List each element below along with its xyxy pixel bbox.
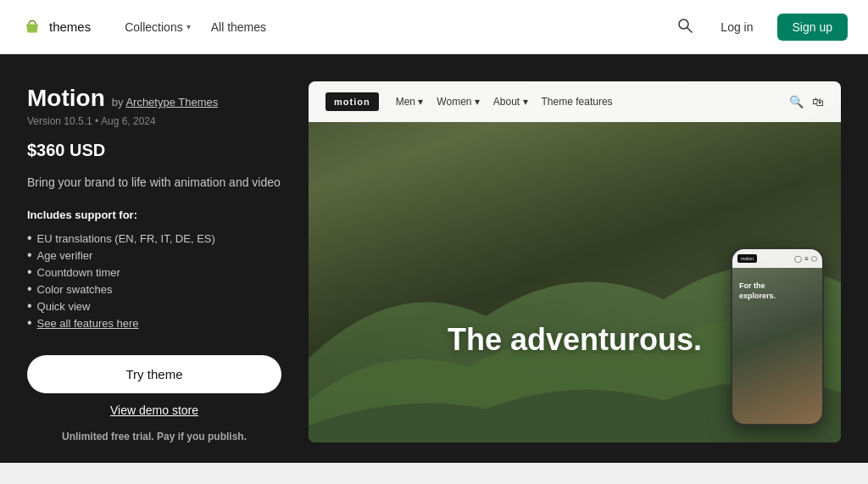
collections-nav-link[interactable]: Collections ▾ (118, 15, 197, 39)
phone-mockup: motion ◯ ≡ ⬡ For theexplorers. (731, 248, 824, 426)
nav-links: Collections ▾ All themes (118, 15, 646, 39)
phone-topbar: motion ◯ ≡ ⬡ (732, 249, 822, 268)
all-themes-label: All themes (211, 20, 266, 34)
navbar: themes Collections ▾ All themes Log in S… (0, 0, 868, 54)
trial-normal: Pay if you publish. (157, 431, 247, 442)
theme-info-panel: Motion by Archetype Themes Version 10.5.… (27, 81, 281, 442)
preview-inner: motion Men ▾ Women ▾ About ▾ Theme featu… (309, 81, 841, 442)
collections-label: Collections (125, 20, 182, 34)
signup-button[interactable]: Sign up (777, 14, 848, 41)
feature-item: Countdown timer (27, 264, 281, 281)
svg-point-1 (679, 19, 688, 29)
preview-site: motion Men ▾ Women ▾ About ▾ Theme featu… (309, 81, 841, 442)
login-button[interactable]: Log in (710, 15, 763, 39)
search-icon (676, 17, 693, 34)
trial-bold: Unlimited free trial. (62, 431, 154, 442)
features-list: EU translations (EN, FR, IT, DE, ES) Age… (27, 230, 281, 331)
preview-site-navlinks: Men ▾ Women ▾ About ▾ Theme features (396, 96, 613, 108)
theme-price: $360 USD (27, 141, 281, 160)
feature-item: Quick view (27, 298, 281, 314)
site-logo[interactable]: themes (20, 15, 91, 39)
theme-title-row: Motion by Archetype Themes (27, 85, 281, 112)
phone-headline: For theexplorers. (739, 281, 815, 301)
try-theme-button[interactable]: Try theme (27, 355, 281, 393)
phone-bag-icon: ⬡ (811, 255, 817, 263)
phone-content: For theexplorers. (732, 268, 822, 314)
shopify-bag-icon (20, 15, 44, 39)
phone-icons: ◯ ≡ ⬡ (794, 255, 817, 263)
preview-site-navbar: motion Men ▾ Women ▾ About ▾ Theme featu… (309, 81, 841, 122)
theme-version: Version 10.5.1 • Aug 6, 2024 (27, 115, 281, 127)
search-button[interactable] (673, 14, 697, 40)
preview-site-logo: motion (326, 92, 379, 111)
phone-menu-icon: ≡ (804, 255, 809, 263)
free-trial-text: Unlimited free trial. Pay if you publish… (27, 431, 281, 442)
feature-item: EU translations (EN, FR, IT, DE, ES) (27, 230, 281, 247)
view-demo-link[interactable]: View demo store (27, 403, 281, 417)
preview-headline: The adventurous. (448, 322, 702, 358)
theme-preview-panel: motion Men ▾ Women ▾ About ▾ Theme featu… (309, 81, 841, 442)
all-themes-nav-link[interactable]: All themes (204, 15, 273, 39)
preview-bag-icon: 🛍 (812, 95, 824, 108)
theme-description: Bring your brand to life with animation … (27, 174, 281, 192)
phone-logo: motion (737, 254, 757, 263)
logo-text: themes (49, 19, 91, 34)
preview-nav-right: 🔍 🛍 (789, 95, 824, 108)
includes-label: Includes support for: (27, 209, 281, 221)
chevron-down-icon: ▾ (186, 22, 191, 31)
page-footer (0, 463, 868, 484)
preview-search-icon: 🔍 (789, 95, 804, 108)
feature-item: Age verifier (27, 247, 281, 264)
theme-author-link[interactable]: Archetype Themes (125, 96, 218, 108)
phone-inner: motion ◯ ≡ ⬡ For theexplorers. (732, 249, 822, 424)
theme-by: by Archetype Themes (112, 96, 219, 108)
svg-line-2 (687, 28, 692, 32)
phone-search-icon: ◯ (794, 255, 802, 263)
feature-item-see-all[interactable]: See all features here (27, 314, 281, 331)
feature-item: Color swatches (27, 281, 281, 298)
nav-right: Log in Sign up (673, 14, 848, 41)
theme-title: Motion (27, 85, 105, 112)
main-content: Motion by Archetype Themes Version 10.5.… (0, 54, 868, 463)
see-all-features-link[interactable]: See all features here (37, 317, 139, 330)
